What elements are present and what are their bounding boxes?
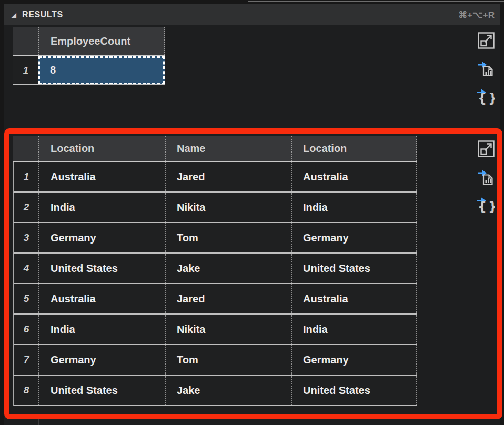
- table-cell[interactable]: Jared: [165, 162, 291, 191]
- row-number[interactable]: 6: [14, 315, 38, 344]
- table-row: 7 Germany Tom Germany: [13, 345, 417, 376]
- column-header-location-2[interactable]: Location: [291, 136, 417, 161]
- table-cell[interactable]: Tom: [165, 223, 291, 252]
- result-grid-join: Location Name Location 1 Australia Jared…: [13, 136, 417, 406]
- row-number[interactable]: 8: [14, 376, 38, 405]
- panel-title: RESULTS: [22, 10, 63, 19]
- row-number[interactable]: 3: [14, 223, 38, 252]
- save-as-csv-button[interactable]: [477, 59, 495, 77]
- row-number[interactable]: 4: [14, 254, 38, 283]
- table-cell[interactable]: Germany: [291, 223, 417, 252]
- save-csv-icon: [477, 59, 495, 77]
- table-cell[interactable]: Nikita: [165, 193, 291, 222]
- table-cell[interactable]: United States: [291, 254, 417, 283]
- grid-header-row: EmployeeCount: [13, 27, 165, 56]
- table-cell[interactable]: United States: [291, 376, 417, 405]
- table-cell[interactable]: India: [291, 315, 417, 344]
- table-cell[interactable]: Germany: [38, 223, 165, 252]
- grid-corner-cell[interactable]: [13, 27, 38, 55]
- svg-text:{: {: [478, 199, 487, 214]
- selected-cell[interactable]: 8: [38, 56, 165, 84]
- column-header-employeecount[interactable]: EmployeeCount: [38, 27, 165, 55]
- grid1-action-bar: { }: [477, 32, 495, 105]
- table-cell[interactable]: Tom: [165, 345, 291, 375]
- column-header-location-1[interactable]: Location: [38, 136, 165, 161]
- table-row: 3 Germany Tom Germany: [13, 223, 417, 254]
- table-cell[interactable]: Australia: [38, 162, 165, 191]
- table-cell[interactable]: Jake: [165, 376, 291, 405]
- grid-header-row: Location Name Location: [13, 136, 417, 162]
- row-number[interactable]: 7: [14, 345, 38, 375]
- row-number[interactable]: 1: [13, 56, 38, 84]
- collapse-triangle-icon[interactable]: ◢: [11, 12, 16, 18]
- table-cell[interactable]: Jake: [165, 254, 291, 283]
- table-cell[interactable]: Germany: [291, 345, 417, 375]
- save-as-json-button[interactable]: { }: [477, 196, 495, 214]
- column-header-name[interactable]: Name: [165, 136, 291, 161]
- row-number[interactable]: 5: [14, 284, 38, 313]
- maximize-button[interactable]: [477, 140, 495, 158]
- save-json-icon: { }: [477, 196, 495, 214]
- table-cell[interactable]: Australia: [291, 162, 417, 191]
- svg-text:}: }: [488, 91, 495, 105]
- maximize-icon: [477, 140, 495, 158]
- table-cell[interactable]: United States: [38, 254, 165, 283]
- row-number[interactable]: 1: [14, 162, 38, 191]
- table-cell[interactable]: Australia: [291, 284, 417, 313]
- result-grid-employeecount: EmployeeCount 1 8: [13, 27, 165, 85]
- svg-text:{: {: [478, 91, 487, 105]
- table-cell[interactable]: United States: [38, 376, 165, 405]
- maximize-icon: [477, 32, 495, 49]
- table-cell[interactable]: Nikita: [165, 315, 291, 344]
- table-row: 8 United States Jake United States: [13, 376, 417, 406]
- table-row: 1 Australia Jared Australia: [13, 162, 417, 193]
- maximize-button[interactable]: [477, 32, 495, 49]
- grid2-action-bar: { }: [477, 140, 495, 214]
- keyboard-shortcut-label: ⌘+⌥+R: [458, 9, 495, 21]
- table-cell[interactable]: India: [38, 315, 165, 344]
- table-row: 6 India Nikita India: [13, 315, 417, 345]
- panel-top-sash: [248, 1, 504, 2]
- grid-gutter-line: [38, 419, 39, 425]
- results-panel-header[interactable]: ◢ RESULTS ⌘+⌥+R: [4, 4, 500, 25]
- svg-text:}: }: [488, 199, 495, 214]
- table-cell[interactable]: Germany: [38, 345, 165, 375]
- row-number[interactable]: 2: [14, 193, 38, 222]
- table-cell[interactable]: India: [38, 193, 165, 222]
- table-row: 2 India Nikita India: [13, 193, 417, 223]
- save-as-json-button[interactable]: { }: [477, 87, 495, 105]
- grid-corner-cell[interactable]: [13, 136, 38, 161]
- table-cell[interactable]: Jared: [165, 284, 291, 313]
- table-cell[interactable]: India: [291, 193, 417, 222]
- save-csv-icon: [477, 168, 495, 186]
- table-row: 1 8: [13, 56, 165, 85]
- table-cell[interactable]: Australia: [38, 284, 165, 313]
- save-json-icon: { }: [477, 87, 495, 105]
- save-as-csv-button[interactable]: [477, 168, 495, 186]
- table-row: 5 Australia Jared Australia: [13, 284, 417, 315]
- table-row: 4 United States Jake United States: [13, 254, 417, 284]
